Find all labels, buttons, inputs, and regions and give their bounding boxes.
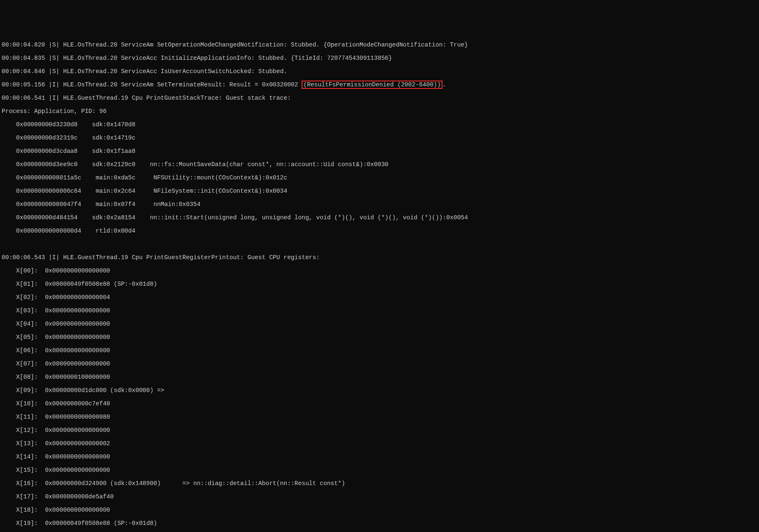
stack-frame: 0x00000000d3ee9c0 sdk:0x2129c0 nn::fs::M… [2,161,757,168]
process-line: Process: Application, PID: 96 [2,108,757,115]
stack-frame: 0x00000000d32319c sdk:0x14719c [2,135,757,141]
result-suffix: . [442,81,446,88]
register-line: X[02]: 0x0000000000000004 [2,294,757,301]
register-line: X[07]: 0x0000000000000000 [2,360,757,367]
stack-frame: 0x0000000008011a5c main:0xda5c NFSUtilit… [2,174,757,181]
register-line: X[12]: 0x0000000000000000 [2,427,757,434]
console-log: 00:00:04.820 |S| HLE.OsThread.20 Service… [0,33,759,532]
register-line: X[03]: 0x0000000000000000 [2,307,757,314]
stack-frame: 0x00000000080000d4 rtld:0x00d4 [2,228,757,234]
register-line: X[00]: 0x0000000000000000 [2,267,757,274]
register-line: X[10]: 0x0000000000c7ef40 [2,400,757,407]
log-line: 00:00:04.846 |S| HLE.OsThread.20 Service… [2,68,757,75]
register-line: X[09]: 0x00000000d1dc000 (sdk:0x0000) => [2,387,757,394]
stack-frame: 0x00000000d3cdaa8 sdk:0x1f1aa8 [2,148,757,154]
stack-frame: 0x00000000080047f4 main:0x07f4 nnMain:0x… [2,201,757,208]
register-line: X[19]: 0x00000049f0508e88 (SP:-0x01d8) [2,520,757,527]
stack-trace-header: 00:00:06.541 |I| HLE.GuestThread.19 Cpu … [2,95,757,101]
register-line: X[18]: 0x0000000000000000 [2,507,757,513]
register-line: X[13]: 0x0000000000000002 [2,440,757,447]
stack-frame: 0x00000000d484154 sdk:0x2a8154 nn::init:… [2,214,757,221]
stack-frame: 0x0000000008006c64 main:0x2c64 NFileSyst… [2,188,757,194]
log-line: 00:00:04.835 |S| HLE.OsThread.20 Service… [2,55,757,61]
log-line: 00:00:04.820 |S| HLE.OsThread.20 Service… [2,42,757,48]
register-line: X[15]: 0x0000000000000000 [2,467,757,473]
register-line: X[14]: 0x0000000000000000 [2,454,757,460]
register-line: X[17]: 0x0000000000de5af40 [2,493,757,500]
register-line: X[01]: 0x00000049f0508e88 (SP:-0x01d8) [2,281,757,287]
register-header: 00:00:06.543 |I| HLE.GuestThread.19 Cpu … [2,254,757,261]
register-line: X[16]: 0x00000000d324900 (sdk:0x148900) … [2,480,757,487]
register-line: X[06]: 0x0000000000000000 [2,347,757,354]
register-line: X[08]: 0x0000000100000000 [2,374,757,380]
register-line: X[11]: 0x0000000000000080 [2,414,757,420]
register-line: X[05]: 0x0000000000000000 [2,334,757,341]
register-line: X[04]: 0x0000000000000000 [2,321,757,327]
stack-frame: 0x00000000d3230d8 sdk:0x1470d8 [2,121,757,128]
result-prefix: 00:00:05.156 |I| HLE.OsThread.20 Service… [2,81,302,88]
log-line-result: 00:00:05.156 |I| HLE.OsThread.20 Service… [2,81,757,88]
result-error-highlight: (ResultFsPermissionDenied (2002-6400)) [302,81,442,89]
